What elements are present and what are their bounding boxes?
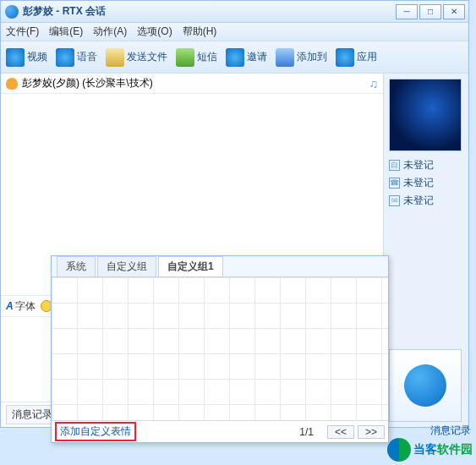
mobile-icon: ☎ [389, 178, 400, 189]
prev-page-button[interactable]: << [327, 425, 354, 439]
phone-icon: 自 [389, 160, 400, 171]
contact-name: 彭梦姣(夕颜) (长沙聚丰\技术) [22, 76, 153, 90]
info-phone: 自未登记 [389, 158, 463, 172]
chat-header: 彭梦姣(夕颜) (长沙聚丰\技术) ♫ [1, 74, 383, 94]
msglog-side-link[interactable]: 消息记录 [430, 424, 471, 438]
popup-tabs: 系统 自定义组 自定义组1 [52, 256, 388, 276]
tb-sms[interactable]: 短信 [176, 48, 217, 67]
tb-sendfile[interactable]: 发送文件 [106, 48, 167, 67]
plugin-icon [336, 48, 354, 67]
info-mobile: ☎未登记 [389, 176, 463, 190]
tb-addto[interactable]: 添加到 [276, 48, 327, 67]
font-icon: A [6, 300, 14, 312]
maximize-button[interactable]: □ [419, 4, 441, 19]
menubar: 文件(F) 编辑(E) 动作(A) 选项(O) 帮助(H) [1, 23, 468, 41]
close-button[interactable]: ✕ [443, 4, 465, 19]
tb-invite[interactable]: 邀请 [226, 48, 267, 67]
mic-icon [56, 48, 74, 67]
music-icon[interactable]: ♫ [369, 77, 379, 90]
add-custom-emoji-link[interactable]: 添加自定义表情 [55, 422, 136, 441]
menu-help[interactable]: 帮助(H) [183, 25, 217, 39]
contact-icon [6, 78, 18, 90]
menu-option[interactable]: 选项(O) [137, 25, 172, 39]
mail-icon: ✉ [389, 195, 400, 206]
menu-edit[interactable]: 编辑(E) [49, 25, 83, 39]
window-title: 彭梦姣 - RTX 会话 [23, 4, 106, 19]
tb-app[interactable]: 应用 [336, 48, 377, 67]
minimize-button[interactable]: ─ [396, 4, 418, 19]
info-email: ✉未登记 [389, 194, 463, 208]
tb-video[interactable]: 视频 [6, 48, 47, 67]
folder-icon [276, 48, 294, 67]
watermark-logo-icon [387, 438, 411, 462]
tab-custom[interactable]: 自定义组 [97, 256, 156, 276]
sidebar: 自未登记 ☎未登记 ✉未登记 [384, 74, 468, 427]
person-icon [404, 364, 446, 407]
invite-icon [226, 48, 244, 67]
sms-icon [176, 48, 194, 67]
menu-file[interactable]: 文件(F) [6, 25, 39, 39]
fb-font[interactable]: A字体 [6, 299, 36, 314]
contact-avatar[interactable] [389, 79, 462, 151]
popup-footer: 添加自定义表情 1/1 << >> [52, 420, 388, 442]
watermark: 当客软件园 [387, 438, 473, 462]
next-page-button[interactable]: >> [358, 425, 385, 439]
tab-custom1[interactable]: 自定义组1 [158, 256, 223, 276]
emoji-popup: 系统 自定义组 自定义组1 添加自定义表情 1/1 << >> [51, 255, 389, 443]
video-icon [6, 48, 25, 67]
app-logo-icon [5, 5, 19, 19]
file-icon [106, 48, 124, 67]
toolbar: 视频 语音 发送文件 短信 邀请 添加到 应用 [1, 41, 468, 74]
tab-system[interactable]: 系统 [57, 256, 96, 276]
tb-voice[interactable]: 语音 [56, 48, 97, 67]
page-indicator: 1/1 [299, 426, 314, 438]
emoji-grid[interactable] [52, 276, 388, 420]
titlebar: 彭梦姣 - RTX 会话 ─ □ ✕ [1, 1, 468, 23]
self-avatar[interactable] [389, 349, 462, 422]
menu-action[interactable]: 动作(A) [93, 25, 127, 39]
